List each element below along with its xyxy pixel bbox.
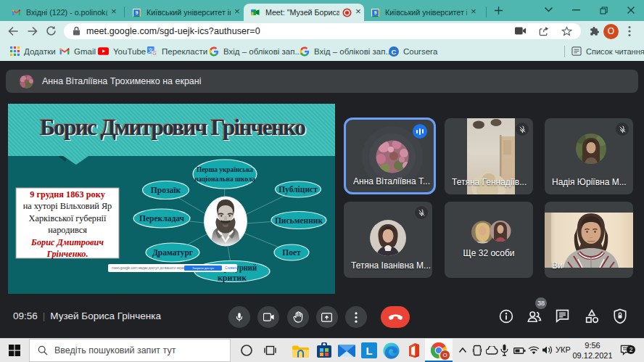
svg-text:L: L (366, 345, 372, 357)
svg-text:Прозаїк: Прозаїк (151, 186, 181, 195)
svg-text:Публіцист: Публіцист (278, 185, 318, 194)
svg-text:Перекладач: Перекладач (139, 214, 184, 223)
svg-text:Грінченко.: Грінченко. (46, 249, 88, 259)
svg-text:C: C (392, 47, 397, 55)
svg-text:Борис Дмитрович: Борис Дмитрович (30, 237, 104, 247)
svg-text:на хуторі Вільховий Яр: на хуторі Вільховий Яр (23, 201, 112, 211)
svg-text:Поет: Поет (282, 248, 301, 257)
svg-text:народився: народився (48, 225, 87, 235)
svg-text:Харківської губернії: Харківської губернії (29, 213, 107, 223)
svg-text:Драматург: Драматург (152, 248, 193, 258)
svg-text:національна школа: національна школа (194, 175, 255, 183)
svg-text:Перша українська: Перша українська (197, 165, 253, 173)
svg-text:Письменник: Письменник (275, 216, 323, 225)
svg-text:G: G (152, 51, 156, 56)
svg-text:9: 9 (136, 9, 139, 15)
svg-text:Борис Дмитрович Грінченко: Борис Дмитрович Грінченко (40, 115, 306, 140)
svg-text:9 грудня 1863 року: 9 грудня 1863 року (30, 189, 105, 199)
svg-text:критик: критик (218, 273, 247, 283)
svg-text:9: 9 (374, 9, 377, 15)
